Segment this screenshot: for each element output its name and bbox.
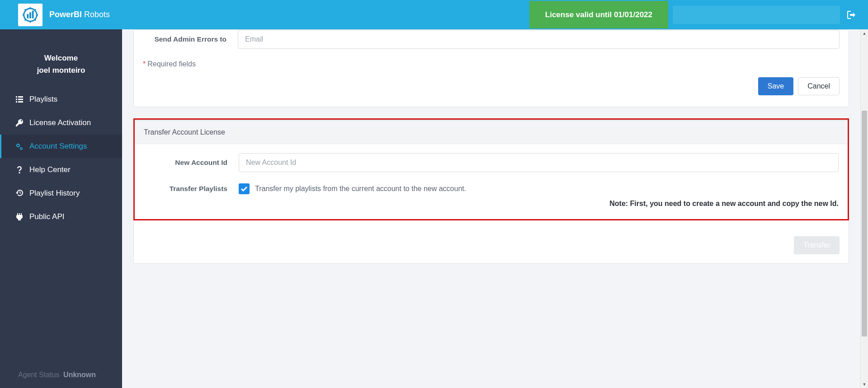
brand-name: PowerBI Robots bbox=[49, 10, 110, 19]
history-icon bbox=[15, 190, 24, 197]
scroll-thumb[interactable] bbox=[862, 111, 867, 337]
nav-label: License Activation bbox=[29, 118, 91, 127]
vertical-scrollbar[interactable]: ▲ ▼ bbox=[860, 29, 868, 388]
logout-icon[interactable] bbox=[844, 6, 859, 23]
nav-label: Playlists bbox=[29, 95, 57, 104]
topbar: PowerBI Robots License valid until 01/01… bbox=[0, 0, 868, 29]
agent-status: Agent Status Unknown bbox=[0, 362, 122, 388]
welcome-block: Welcome joel monteiro bbox=[0, 29, 122, 88]
scroll-up-arrow[interactable]: ▲ bbox=[861, 29, 868, 37]
nav-item-account-settings[interactable]: Account Settings bbox=[0, 135, 122, 158]
topbar-spacer bbox=[673, 6, 840, 24]
transfer-playlists-label: Transfer Playlists bbox=[144, 185, 239, 193]
brand-logo[interactable] bbox=[18, 4, 42, 26]
nav-label: Playlist History bbox=[29, 189, 80, 198]
nav-label: Help Center bbox=[29, 165, 71, 174]
transfer-footer: Transfer bbox=[133, 220, 849, 264]
new-account-input[interactable] bbox=[239, 153, 839, 172]
save-button[interactable]: Save bbox=[758, 77, 793, 95]
license-banner: License valid until 01/01/2022 bbox=[529, 1, 668, 28]
nav-item-playlists[interactable]: Playlists bbox=[0, 88, 122, 111]
sidebar: Welcome joel monteiro Playlists License … bbox=[0, 29, 122, 388]
panel-transfer-license: Transfer Account License New Account Id … bbox=[133, 118, 849, 220]
key-icon bbox=[15, 119, 24, 126]
nav-item-help-center[interactable]: Help Center bbox=[0, 158, 122, 182]
gears-icon bbox=[15, 143, 24, 150]
svg-rect-2 bbox=[29, 12, 31, 18]
plug-icon bbox=[15, 213, 24, 220]
transfer-license-title: Transfer Account License bbox=[135, 120, 848, 144]
svg-rect-1 bbox=[27, 14, 28, 18]
nav-item-license-activation[interactable]: License Activation bbox=[0, 111, 122, 135]
nav-label: Public API bbox=[29, 212, 65, 221]
required-fields-note: *Required fields bbox=[143, 60, 840, 68]
cancel-button[interactable]: Cancel bbox=[798, 77, 840, 95]
svg-rect-3 bbox=[32, 10, 34, 18]
admin-errors-input[interactable] bbox=[238, 30, 840, 49]
new-account-label: New Account Id bbox=[144, 159, 239, 167]
scroll-down-arrow[interactable]: ▼ bbox=[861, 380, 868, 388]
nav-label: Account Settings bbox=[29, 142, 87, 151]
panel-admin-errors: Send Admin Errors to *Required fields Sa… bbox=[133, 29, 849, 107]
main-content: Send Admin Errors to *Required fields Sa… bbox=[122, 29, 860, 388]
question-icon bbox=[15, 166, 24, 173]
nav-item-playlist-history[interactable]: Playlist History bbox=[0, 182, 122, 205]
transfer-playlists-desc: Transfer my playlists from the current a… bbox=[255, 185, 466, 193]
welcome-line2: joel monteiro bbox=[5, 64, 118, 76]
welcome-line1: Welcome bbox=[5, 52, 118, 64]
list-icon bbox=[15, 96, 24, 103]
nav-item-public-api[interactable]: Public API bbox=[0, 205, 122, 229]
transfer-button[interactable]: Transfer bbox=[794, 236, 840, 254]
transfer-playlists-checkbox[interactable] bbox=[239, 183, 250, 194]
transfer-note: Note: First, you need to create a new ac… bbox=[144, 200, 839, 208]
admin-errors-label: Send Admin Errors to bbox=[143, 35, 238, 43]
